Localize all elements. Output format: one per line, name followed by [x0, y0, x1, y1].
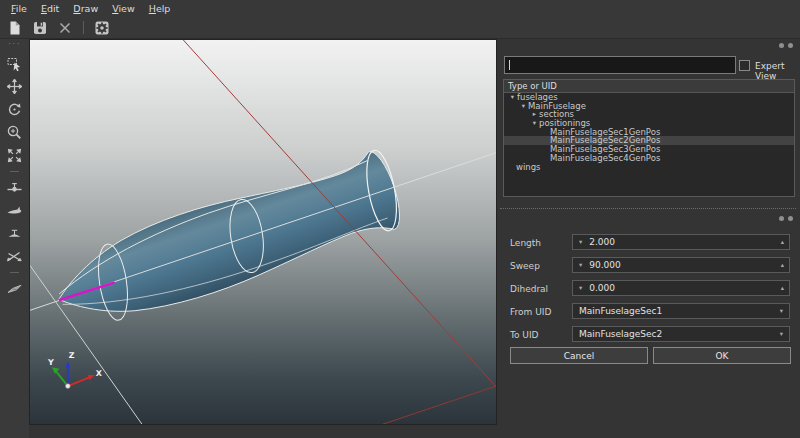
fit-view-icon[interactable]	[6, 147, 23, 164]
close-icon[interactable]	[57, 20, 73, 36]
left-toolbar: ···	[0, 39, 29, 438]
shaded-view-icon[interactable]	[6, 280, 23, 297]
spin-down-icon[interactable]: ▾	[573, 261, 589, 269]
axis-label-y: Y	[47, 358, 54, 367]
menu-help[interactable]: Help	[142, 1, 178, 17]
to-uid-combobox[interactable]: MainFuselageSec2 ▾	[572, 326, 790, 342]
spin-down-icon[interactable]: ▾	[573, 238, 589, 246]
inspector-dock-buttons[interactable]	[779, 43, 793, 48]
tool-separator	[10, 171, 19, 172]
menu-view[interactable]: View	[105, 1, 142, 17]
toolbar-drag-handle[interactable]: ···	[8, 40, 21, 48]
dock-separator[interactable]	[500, 208, 796, 209]
side-view-icon[interactable]	[6, 202, 23, 219]
chevron-down-icon[interactable]: ▾	[780, 307, 789, 315]
from-uid-label: From UID	[510, 307, 551, 317]
tree-item-wings[interactable]: wings	[504, 163, 794, 172]
sweep-label: Sweep	[510, 261, 540, 271]
tree-item-sec4genpos[interactable]: MainFuselageSec4GenPos	[504, 154, 794, 163]
rotate-tool-icon[interactable]	[6, 101, 23, 118]
spin-up-icon[interactable]: ▴	[776, 284, 789, 292]
chevron-down-icon[interactable]: ▾	[780, 330, 789, 338]
save-icon[interactable]	[32, 20, 48, 36]
menu-bar: File Edit Draw View Help	[0, 0, 800, 17]
search-input[interactable]	[504, 56, 736, 74]
expert-view-label: Expert View	[755, 61, 800, 81]
chevron-down-icon[interactable]	[530, 119, 539, 128]
length-spinbox[interactable]: ▾ 2.000 ▴	[572, 234, 790, 250]
zoom-tool-icon[interactable]	[6, 124, 23, 141]
menu-draw[interactable]: Draw	[66, 1, 105, 17]
from-uid-combobox[interactable]: MainFuselageSec1 ▾	[572, 303, 790, 319]
axis-label-x: X	[96, 369, 102, 378]
dialog-dock-buttons[interactable]	[779, 216, 793, 221]
rear-view-icon[interactable]	[6, 225, 23, 242]
uid-tree: Type or UID fuselages MainFuselage secti…	[503, 79, 795, 197]
spin-up-icon[interactable]: ▴	[776, 238, 789, 246]
select-tool-icon[interactable]	[6, 55, 23, 72]
chevron-down-icon[interactable]	[519, 102, 528, 111]
toolbar-separator	[83, 21, 84, 34]
text-caret	[509, 60, 510, 70]
tool-separator	[10, 272, 19, 273]
menu-file[interactable]: File	[4, 1, 34, 17]
chevron-right-icon[interactable]	[530, 110, 539, 119]
ok-button[interactable]: OK	[653, 347, 791, 364]
chevron-down-icon[interactable]	[508, 93, 517, 102]
pan-tool-icon[interactable]	[6, 78, 23, 95]
settings-icon[interactable]	[94, 20, 110, 36]
length-label: Length	[510, 238, 541, 248]
new-file-icon[interactable]	[7, 20, 23, 36]
expert-view-checkbox[interactable]	[739, 60, 750, 71]
spin-down-icon[interactable]: ▾	[573, 284, 589, 292]
front-view-icon[interactable]	[6, 179, 23, 196]
axis-label-z: Z	[69, 351, 75, 360]
spin-up-icon[interactable]: ▴	[776, 261, 789, 269]
sweep-spinbox[interactable]: ▾ 90.000 ▴	[572, 257, 790, 273]
to-uid-label: To UID	[510, 330, 539, 340]
menu-edit[interactable]: Edit	[34, 1, 66, 17]
main-toolbar	[0, 17, 800, 39]
viewport-3d[interactable]: X Y Z	[29, 39, 497, 425]
dihedral-spinbox[interactable]: ▾ 0.000 ▴	[572, 280, 790, 296]
axonometric-view-icon[interactable]	[6, 248, 23, 265]
cancel-button[interactable]: Cancel	[510, 347, 648, 364]
dihedral-label: Dihedral	[510, 284, 548, 294]
